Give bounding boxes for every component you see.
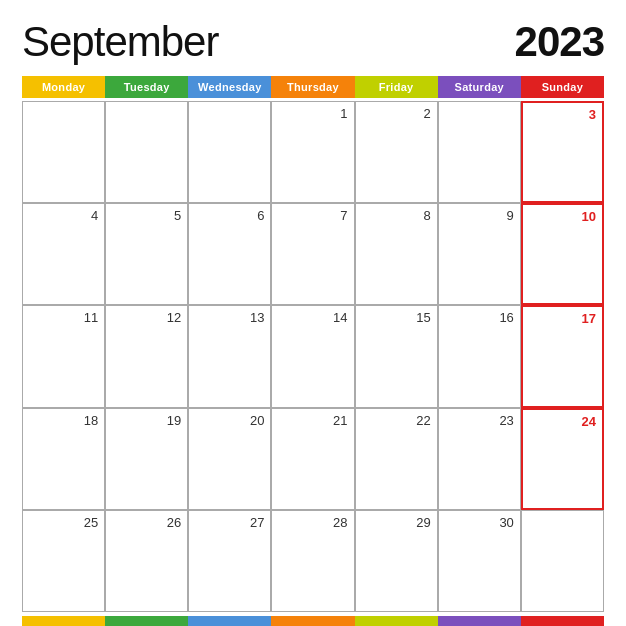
- day-number: 3: [589, 107, 596, 122]
- day-headers: MondayTuesdayWednesdayThursdayFridaySatu…: [22, 76, 604, 98]
- strip-friday: [355, 616, 438, 626]
- strip-tuesday: [105, 616, 188, 626]
- day-number: 22: [416, 413, 430, 428]
- strip-sunday: [521, 616, 604, 626]
- calendar-cell[interactable]: 7: [271, 203, 354, 305]
- day-number: 15: [416, 310, 430, 325]
- day-number: 23: [499, 413, 513, 428]
- day-number: 29: [416, 515, 430, 530]
- day-number: 20: [250, 413, 264, 428]
- calendar-cell[interactable]: 16: [438, 305, 521, 407]
- day-number: 17: [582, 311, 596, 326]
- calendar-cell[interactable]: [22, 101, 105, 203]
- day-number: 19: [167, 413, 181, 428]
- calendar-cell[interactable]: 27: [188, 510, 271, 612]
- day-number: 4: [91, 208, 98, 223]
- day-number: 21: [333, 413, 347, 428]
- day-number: 30: [499, 515, 513, 530]
- day-number: 16: [499, 310, 513, 325]
- day-number: 26: [167, 515, 181, 530]
- calendar-cell[interactable]: 26: [105, 510, 188, 612]
- day-number: 25: [84, 515, 98, 530]
- calendar-cell[interactable]: 20: [188, 408, 271, 510]
- calendar-cell[interactable]: 13: [188, 305, 271, 407]
- calendar-cell[interactable]: 18: [22, 408, 105, 510]
- calendar-cell[interactable]: 30: [438, 510, 521, 612]
- day-number: 13: [250, 310, 264, 325]
- calendar-grid: 1234567891011121314151617181920212223242…: [22, 101, 604, 612]
- calendar: September 2023 MondayTuesdayWednesdayThu…: [0, 0, 626, 626]
- calendar-cell[interactable]: 28: [271, 510, 354, 612]
- calendar-cell[interactable]: 25: [22, 510, 105, 612]
- calendar-cell[interactable]: 22: [355, 408, 438, 510]
- day-header-wednesday: Wednesday: [188, 76, 271, 98]
- day-number: 27: [250, 515, 264, 530]
- day-number: 5: [174, 208, 181, 223]
- calendar-cell[interactable]: 12: [105, 305, 188, 407]
- strip-saturday: [438, 616, 521, 626]
- day-number: 8: [423, 208, 430, 223]
- calendar-cell[interactable]: 17: [521, 305, 604, 407]
- day-number: 14: [333, 310, 347, 325]
- calendar-cell[interactable]: 14: [271, 305, 354, 407]
- calendar-cell[interactable]: 1: [271, 101, 354, 203]
- day-number: 11: [84, 310, 98, 325]
- calendar-cell[interactable]: 29: [355, 510, 438, 612]
- month-title: September: [22, 18, 218, 66]
- calendar-cell[interactable]: 8: [355, 203, 438, 305]
- day-number: 1: [340, 106, 347, 121]
- calendar-cell[interactable]: [521, 510, 604, 612]
- calendar-cell[interactable]: 21: [271, 408, 354, 510]
- year-title: 2023: [515, 18, 604, 66]
- day-number: 6: [257, 208, 264, 223]
- calendar-cell[interactable]: 6: [188, 203, 271, 305]
- calendar-cell[interactable]: 11: [22, 305, 105, 407]
- rainbow-strip: [22, 616, 604, 626]
- day-header-saturday: Saturday: [438, 76, 521, 98]
- calendar-cell[interactable]: 23: [438, 408, 521, 510]
- calendar-cell[interactable]: 4: [22, 203, 105, 305]
- day-header-tuesday: Tuesday: [105, 76, 188, 98]
- calendar-cell[interactable]: 3: [521, 101, 604, 203]
- calendar-cell[interactable]: 19: [105, 408, 188, 510]
- calendar-cell[interactable]: [438, 101, 521, 203]
- day-header-thursday: Thursday: [271, 76, 354, 98]
- day-number: 9: [507, 208, 514, 223]
- day-number: 18: [84, 413, 98, 428]
- day-number: 12: [167, 310, 181, 325]
- calendar-cell[interactable]: 9: [438, 203, 521, 305]
- day-header-sunday: Sunday: [521, 76, 604, 98]
- calendar-cell[interactable]: 24: [521, 408, 604, 510]
- strip-thursday: [271, 616, 354, 626]
- calendar-cell[interactable]: 5: [105, 203, 188, 305]
- calendar-cell[interactable]: 2: [355, 101, 438, 203]
- calendar-cell[interactable]: 15: [355, 305, 438, 407]
- calendar-header: September 2023: [22, 18, 604, 66]
- calendar-cell[interactable]: [188, 101, 271, 203]
- calendar-cell[interactable]: [105, 101, 188, 203]
- strip-wednesday: [188, 616, 271, 626]
- strip-monday: [22, 616, 105, 626]
- day-number: 28: [333, 515, 347, 530]
- day-number: 10: [582, 209, 596, 224]
- day-header-friday: Friday: [355, 76, 438, 98]
- calendar-cell[interactable]: 10: [521, 203, 604, 305]
- day-number: 7: [340, 208, 347, 223]
- day-number: 2: [423, 106, 430, 121]
- day-number: 24: [582, 414, 596, 429]
- day-header-monday: Monday: [22, 76, 105, 98]
